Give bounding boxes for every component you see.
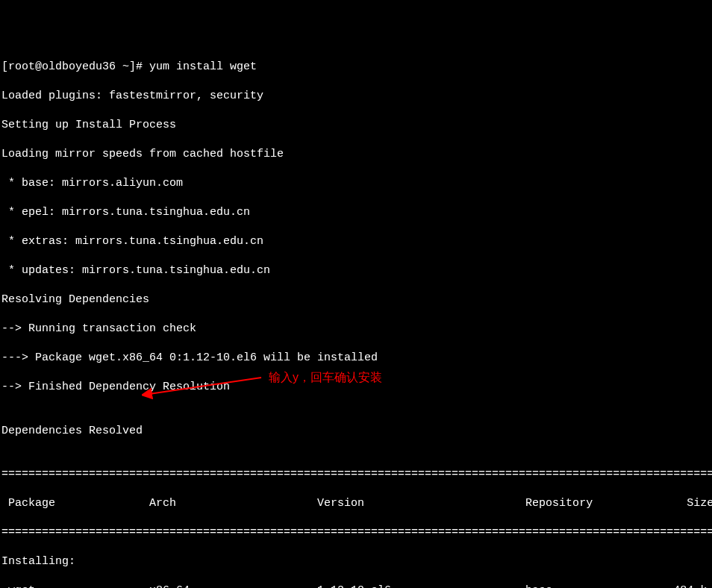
output-line: * epel: mirrors.tuna.tsinghua.edu.cn (1, 205, 711, 220)
output-line: * base: mirrors.aliyun.com (1, 176, 711, 191)
output-line: Setting up Install Process (1, 118, 711, 133)
output-line: ---> Package wget.x86_64 0:1.12-10.el6 w… (1, 351, 711, 366)
output-line: --> Running transaction check (1, 322, 711, 337)
prompt: [root@oldboyedu36 ~]# (1, 60, 149, 73)
output-line: Loaded plugins: fastestmirror, security (1, 89, 711, 104)
hr-line: ========================================… (1, 525, 711, 540)
output-line: * extras: mirrors.tuna.tsinghua.edu.cn (1, 234, 711, 249)
table-row: wget x86_64 1.12-10.el6 base 484 k (1, 584, 711, 588)
output-line: Dependencies Resolved (1, 424, 711, 439)
command: yum install wget (149, 60, 257, 73)
output-line: Resolving Dependencies (1, 293, 711, 307)
output-line: * updates: mirrors.tuna.tsinghua.edu.cn (1, 263, 711, 278)
installing-label: Installing: (1, 554, 711, 569)
output-line: Loading mirror speeds from cached hostfi… (1, 147, 711, 162)
hr-line: ========================================… (1, 467, 711, 482)
table-header: Package Arch Version Repository Size (1, 496, 711, 511)
output-line: --> Finished Dependency Resolution (1, 380, 711, 395)
terminal-prompt-line[interactable]: [root@oldboyedu36 ~]# yum install wget (1, 60, 711, 75)
